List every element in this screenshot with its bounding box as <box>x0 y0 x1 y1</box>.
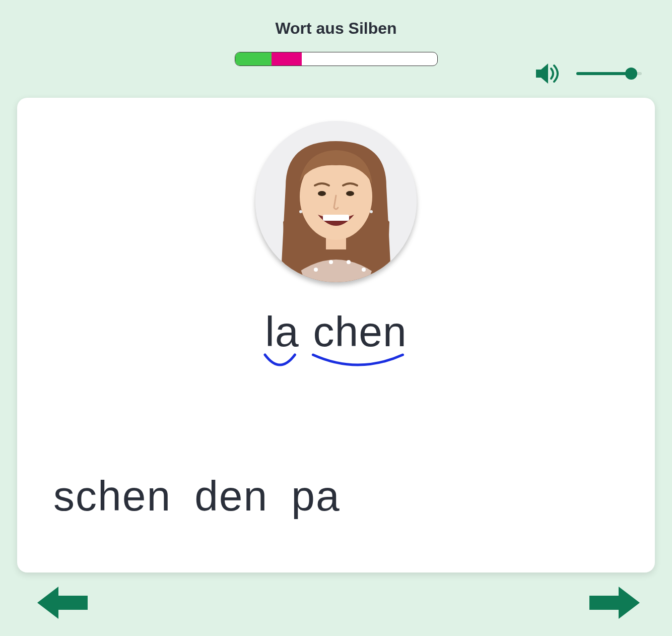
svg-point-11 <box>370 210 373 213</box>
svg-rect-9 <box>323 215 349 221</box>
volume-slider[interactable] <box>576 71 642 77</box>
svg-point-7 <box>318 191 326 196</box>
word-syllable-1[interactable]: la <box>265 310 299 353</box>
volume-fill <box>576 72 631 75</box>
audio-controls <box>534 61 642 86</box>
syllable-option-2[interactable]: den <box>194 475 268 517</box>
syllable-options: schen den pa <box>53 475 341 517</box>
svg-point-4 <box>347 260 351 264</box>
progress-correct <box>235 52 272 66</box>
next-button[interactable] <box>583 583 644 623</box>
arrow-left-icon <box>33 583 94 623</box>
svg-point-10 <box>299 210 302 213</box>
svg-point-5 <box>362 268 366 272</box>
progress-bar <box>235 52 438 66</box>
page-title: Wort aus Silben <box>0 0 672 38</box>
speaker-icon[interactable] <box>534 61 562 86</box>
syllable-option-3[interactable]: pa <box>291 475 340 517</box>
exercise-card: lachen schen den pa <box>17 98 655 573</box>
syllable-option-1[interactable]: schen <box>53 475 171 517</box>
progress-wrong <box>272 52 302 66</box>
svg-point-3 <box>329 260 333 264</box>
arrow-right-icon <box>583 583 644 623</box>
word-syllable-2[interactable]: chen <box>313 310 407 353</box>
constructed-word: lachen <box>17 310 655 378</box>
syllable-arcs <box>17 353 655 378</box>
volume-thumb[interactable] <box>625 68 637 80</box>
svg-point-2 <box>314 268 318 272</box>
svg-point-8 <box>346 191 354 196</box>
header: Wort aus Silben <box>0 0 672 66</box>
prompt-image <box>255 121 417 282</box>
syllable-arcs-svg <box>263 353 409 378</box>
previous-button[interactable] <box>33 583 94 623</box>
